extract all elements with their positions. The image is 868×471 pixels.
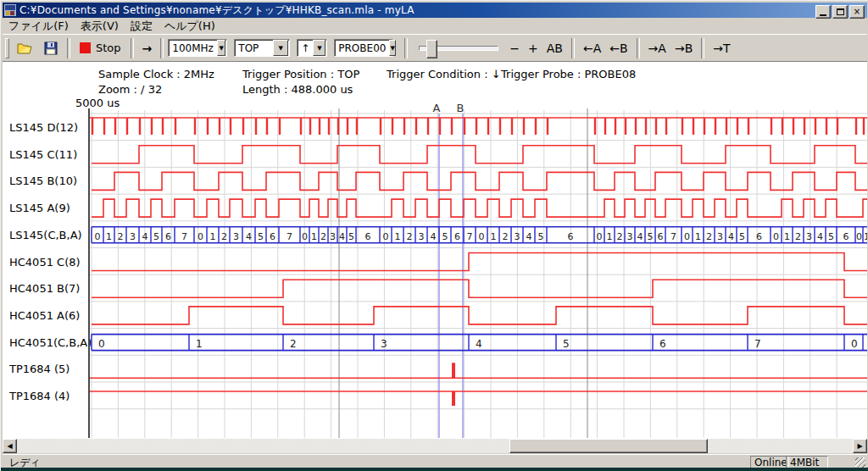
app-icon (4, 4, 16, 16)
goto-a-left-button[interactable]: ←A (579, 38, 605, 58)
channel-label: TP1684 (5) (9, 363, 70, 375)
channel-label: LS145(C,B,A) (9, 229, 82, 241)
scroll-right-button[interactable]: ▶ (853, 439, 867, 453)
resize-grip[interactable] (855, 457, 865, 468)
sample-clock-value: 100MHz (169, 42, 217, 54)
scroll-right-icon: ▶ (857, 442, 862, 450)
zoom-slider[interactable] (419, 46, 498, 51)
trigger-edge-value: ↑ (298, 42, 313, 54)
menu-bar: ファイル(F) 表示(V) 設定 ヘルプ(H) (3, 18, 867, 34)
trigger-edge-combo[interactable]: ↑ ▼ (297, 39, 327, 57)
toolbar-separator (131, 38, 134, 58)
open-file-button[interactable] (12, 38, 39, 58)
goto-a-right-button[interactable]: →A (644, 38, 670, 58)
menu-file[interactable]: ファイル(F) (3, 17, 75, 36)
goto-trigger-button[interactable]: →T (709, 38, 734, 58)
channel-label: HC4051(C,B,A) (9, 336, 92, 349)
trigger-probe-combo[interactable]: PROBE00 ▼ (334, 39, 393, 57)
chevron-down-icon[interactable]: ▼ (313, 40, 326, 56)
trigger-condition-info: Trigger Condition : ↓ (387, 68, 501, 80)
open-folder-icon (17, 42, 34, 55)
stop-label: Stop (96, 42, 121, 54)
sample-clock-info: Sample Clock : 2MHz (98, 68, 214, 80)
trigger-position-value: TOP (235, 42, 273, 54)
save-floppy-icon (44, 42, 58, 55)
scrollbar-thumb[interactable] (509, 439, 708, 453)
channel-label: HC4051 C(8) (9, 256, 81, 269)
chevron-down-icon[interactable]: ▼ (217, 40, 225, 56)
trigger-position-info: Trigger Position : TOP (242, 68, 359, 80)
title-bar[interactable]: C:¥Documents and Settings¥noname¥デスクトップ¥… (3, 3, 867, 18)
horizontal-scrollbar[interactable]: ◀ ▶ (3, 439, 867, 453)
chevron-down-icon[interactable]: ▼ (389, 40, 395, 56)
goto-b-left-button[interactable]: ←B (605, 38, 632, 58)
menu-view[interactable]: 表示(V) (75, 17, 125, 36)
trigger-position-combo[interactable]: TOP ▼ (234, 39, 290, 57)
toolbar-separator (637, 38, 640, 58)
maximize-icon (837, 8, 844, 15)
scroll-left-icon: ◀ (7, 442, 12, 450)
close-button[interactable]: × (849, 5, 865, 19)
stop-button[interactable]: Stop (75, 38, 126, 58)
channel-label: LS145 D(12) (9, 121, 78, 134)
toolbar: Stop → 100MHz ▼ TOP ▼ ↑ ▼ PROBE00 ▼ − + … (3, 34, 867, 61)
chevron-down-icon[interactable]: ▼ (273, 40, 288, 56)
toolbar-separator (571, 38, 575, 58)
channel-label: TP1684 (4) (9, 390, 70, 402)
toolbar-grip[interactable] (5, 38, 9, 58)
channel-label: HC4051 A(6) (9, 309, 80, 322)
trigger-probe-value: PROBE00 (335, 42, 389, 54)
minimize-button[interactable] (815, 5, 831, 19)
toolbar-separator (160, 38, 164, 58)
length-info: Length : 488.000 us (242, 83, 353, 96)
zoom-slider-thumb[interactable] (426, 40, 437, 58)
zoom-info: Zoom : / 32 (98, 83, 162, 96)
channel-label: HC4051 B(7) (9, 282, 80, 295)
close-icon: × (854, 8, 860, 16)
zoom-in-button[interactable]: + (524, 38, 542, 58)
goto-b-right-button[interactable]: →B (670, 38, 697, 58)
scroll-left-button[interactable]: ◀ (3, 439, 17, 453)
timebase-label: 5000 us (75, 97, 120, 109)
waveform-panel[interactable]: Sample Clock : 2MHz Trigger Position : T… (3, 61, 867, 440)
channel-label: LS145 A(9) (9, 202, 70, 214)
save-file-button[interactable] (39, 38, 63, 58)
ab-button[interactable]: AB (542, 38, 567, 58)
zoom-out-button[interactable]: − (505, 38, 524, 58)
screen-bottom-edge (1, 468, 868, 471)
toolbar-separator (67, 38, 70, 58)
app-window: C:¥Documents and Settings¥noname¥デスクトップ¥… (0, 0, 868, 471)
run-button[interactable]: → (138, 38, 157, 58)
channel-label: LS145 C(11) (9, 148, 77, 161)
toolbar-separator (701, 38, 704, 58)
menu-help[interactable]: ヘルプ(H) (159, 17, 221, 36)
menu-settings[interactable]: 設定 (125, 17, 159, 36)
trigger-probe-info: Trigger Probe : PROBE08 (501, 68, 636, 80)
maximize-button[interactable] (832, 5, 848, 19)
minimize-icon (820, 14, 826, 16)
stop-icon (80, 42, 91, 53)
channel-label: LS145 B(10) (9, 175, 77, 187)
window-title: C:¥Documents and Settings¥noname¥デスクトップ¥… (19, 3, 415, 18)
sample-clock-combo[interactable]: 100MHz ▼ (168, 39, 227, 57)
status-bar: レディ Online 4MBit (3, 454, 867, 468)
run-arrow-icon: → (142, 42, 153, 55)
toolbar-separator (404, 38, 408, 58)
